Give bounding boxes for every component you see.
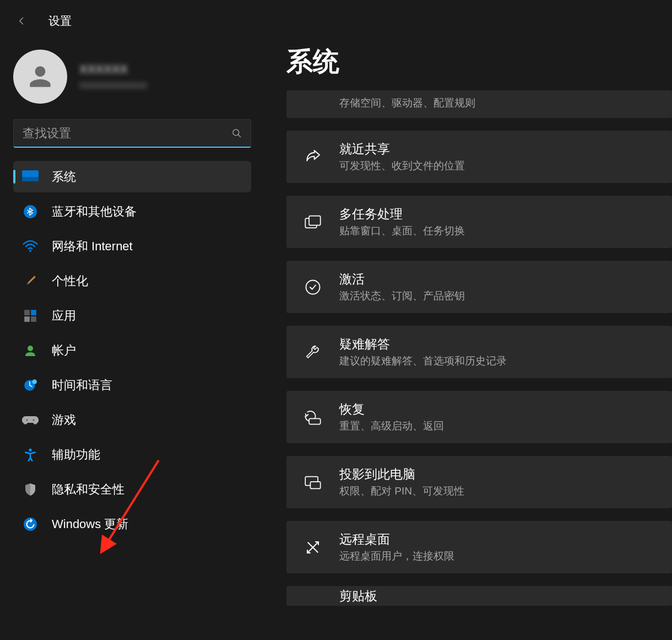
accessibility-icon xyxy=(22,447,39,463)
card-title: 激活 xyxy=(339,271,465,288)
search-icon xyxy=(231,128,242,139)
card-sub: 权限、配对 PIN、可发现性 xyxy=(339,484,464,498)
card-activation[interactable]: 激活 激活状态、订阅、产品密钥 xyxy=(286,261,672,313)
svg-rect-20 xyxy=(309,418,321,424)
sidebar-item-label: 应用 xyxy=(52,308,76,324)
shield-icon xyxy=(22,481,39,498)
profile-email: xxxxxxxxxxxxx xyxy=(79,79,148,91)
svg-point-13 xyxy=(26,419,28,421)
sidebar-item-label: 游戏 xyxy=(52,412,76,428)
svg-rect-18 xyxy=(309,216,321,225)
sidebar-item-gaming[interactable]: 游戏 xyxy=(13,404,251,435)
search-input[interactable] xyxy=(13,119,251,148)
share-icon xyxy=(303,147,323,167)
card-sub: 贴靠窗口、桌面、任务切换 xyxy=(339,224,465,238)
bluetooth-icon xyxy=(22,203,39,220)
svg-rect-6 xyxy=(24,310,30,315)
search-field[interactable] xyxy=(13,119,251,148)
recovery-icon xyxy=(303,407,323,427)
check-circle-icon xyxy=(303,277,323,297)
svg-rect-22 xyxy=(310,481,320,488)
card-title: 恢复 xyxy=(339,401,444,418)
sidebar-item-time[interactable]: 时间和语言 xyxy=(13,369,251,401)
wifi-icon xyxy=(22,238,39,255)
card-storage[interactable]: 存储空间、驱动器、配置规则 xyxy=(286,90,672,118)
sidebar-item-update[interactable]: Windows 更新 xyxy=(13,508,251,540)
card-title: 投影到此电脑 xyxy=(339,466,464,483)
sidebar-item-label: 网络和 Internet xyxy=(52,238,133,255)
svg-point-14 xyxy=(33,419,35,421)
card-remote-desktop[interactable]: 远程桌面 远程桌面用户，连接权限 xyxy=(286,521,672,573)
sidebar-item-network[interactable]: 网络和 Internet xyxy=(13,230,251,262)
person-icon xyxy=(22,342,39,359)
svg-point-12 xyxy=(32,379,37,384)
gamepad-icon xyxy=(22,412,39,428)
sidebar-item-label: 时间和语言 xyxy=(52,377,112,394)
brush-icon xyxy=(22,273,39,289)
sidebar: XXXXXX xxxxxxxxxxxxx 系统 xyxy=(0,35,269,640)
card-title: 多任务处理 xyxy=(339,206,465,223)
card-project[interactable]: 投影到此电脑 权限、配对 PIN、可发现性 xyxy=(286,456,672,508)
sidebar-item-label: 个性化 xyxy=(52,273,88,289)
multitask-icon xyxy=(303,212,323,232)
svg-point-15 xyxy=(29,448,31,451)
profile-name: XXXXXX xyxy=(79,62,148,77)
sidebar-item-label: 帐户 xyxy=(52,342,76,359)
card-sub: 远程桌面用户，连接权限 xyxy=(339,549,454,563)
sidebar-item-accounts[interactable]: 帐户 xyxy=(13,335,251,366)
card-recovery[interactable]: 恢复 重置、高级启动、返回 xyxy=(286,391,672,443)
card-clipboard[interactable]: 剪贴板 xyxy=(286,586,672,606)
card-nearby-share[interactable]: 就近共享 可发现性、收到文件的位置 xyxy=(286,131,672,183)
card-title: 远程桌面 xyxy=(339,531,454,548)
wrench-icon xyxy=(303,342,323,362)
sidebar-item-label: 系统 xyxy=(52,169,76,185)
card-sub: 重置、高级启动、返回 xyxy=(339,419,444,433)
update-icon xyxy=(22,516,39,533)
svg-rect-3 xyxy=(22,177,39,181)
svg-rect-7 xyxy=(31,310,36,315)
sidebar-item-privacy[interactable]: 隐私和安全性 xyxy=(13,474,251,505)
svg-point-19 xyxy=(306,280,320,294)
svg-line-1 xyxy=(239,135,241,137)
svg-point-5 xyxy=(29,250,31,252)
avatar xyxy=(13,50,67,104)
profile-card[interactable]: XXXXXX xxxxxxxxxxxxx xyxy=(6,41,260,111)
sidebar-nav: 系统 蓝牙和其他设备 网络和 Internet 个性化 xyxy=(6,161,260,540)
card-multitask[interactable]: 多任务处理 贴靠窗口、桌面、任务切换 xyxy=(286,196,672,248)
sidebar-item-label: 隐私和安全性 xyxy=(52,481,124,498)
card-sub: 可发现性、收到文件的位置 xyxy=(339,159,465,173)
clock-icon xyxy=(22,377,39,394)
sidebar-item-bluetooth[interactable]: 蓝牙和其他设备 xyxy=(13,196,251,227)
sidebar-item-personalization[interactable]: 个性化 xyxy=(13,265,251,297)
svg-rect-8 xyxy=(24,316,30,322)
apps-icon xyxy=(22,308,39,324)
sidebar-item-accessibility[interactable]: 辅助功能 xyxy=(13,439,251,470)
svg-rect-9 xyxy=(31,316,36,322)
remote-icon xyxy=(303,537,323,557)
sidebar-item-system[interactable]: 系统 xyxy=(13,161,251,192)
card-title: 疑难解答 xyxy=(339,336,507,353)
display-icon xyxy=(22,169,39,185)
card-sub: 建议的疑难解答、首选项和历史记录 xyxy=(339,354,507,368)
card-sub: 激活状态、订阅、产品密钥 xyxy=(339,289,465,303)
card-troubleshoot[interactable]: 疑难解答 建议的疑难解答、首选项和历史记录 xyxy=(286,326,672,378)
svg-point-10 xyxy=(28,346,33,351)
project-icon xyxy=(303,472,323,492)
card-sub: 存储空间、驱动器、配置规则 xyxy=(339,96,475,110)
card-title: 剪贴板 xyxy=(339,588,377,605)
sidebar-item-label: 辅助功能 xyxy=(52,447,100,463)
main-content: 系统 存储空间、驱动器、配置规则 就近共享 可发现性、收到文件的位置 xyxy=(269,35,672,640)
page-title: 系统 xyxy=(286,44,672,79)
window-title: 设置 xyxy=(48,13,72,29)
sidebar-item-label: Windows 更新 xyxy=(52,516,128,533)
sidebar-item-apps[interactable]: 应用 xyxy=(13,300,251,331)
sidebar-item-label: 蓝牙和其他设备 xyxy=(52,203,137,220)
card-title: 就近共享 xyxy=(339,141,465,158)
back-button[interactable] xyxy=(15,14,29,28)
